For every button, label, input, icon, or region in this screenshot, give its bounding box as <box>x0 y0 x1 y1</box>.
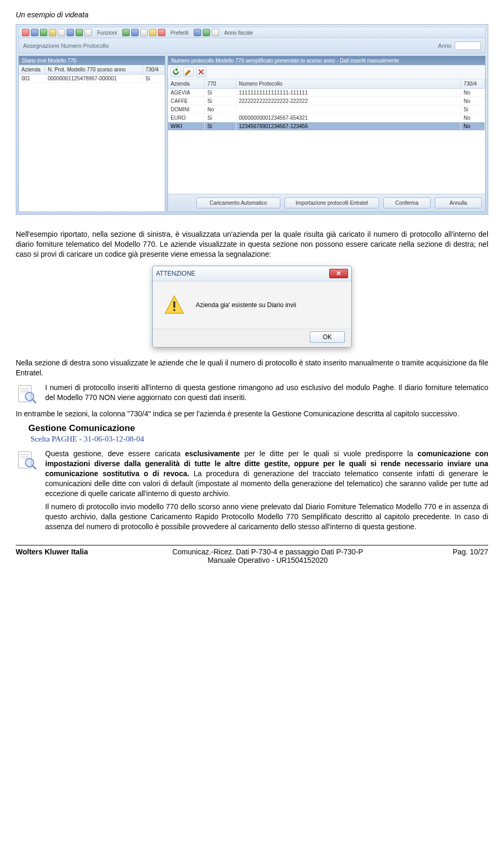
right-mini-toolbar <box>168 65 485 79</box>
menu-path: Scelta PAGHE - 31-06-03-12-08-04 <box>30 435 488 444</box>
dialog-message: Azienda gia' esistente su Diario invii <box>196 301 296 309</box>
cell: AGEVIA <box>168 89 205 97</box>
warning-icon <box>163 294 185 316</box>
col-header[interactable]: 730/4 <box>461 79 485 88</box>
left-panel-body: 001 00000001125478967-000001 Si <box>19 75 165 212</box>
cell: No <box>461 97 485 105</box>
section-heading: Gestione Comunicazione <box>28 423 488 434</box>
toolbar-icon[interactable] <box>40 29 47 36</box>
cell: No <box>461 114 485 122</box>
left-panel-title: Diario invii Modello 770 <box>19 56 165 65</box>
toolbar-label: Preferiti <box>171 30 188 36</box>
cell: Si <box>205 89 236 97</box>
toolbar-icon[interactable] <box>122 29 130 36</box>
footer-center: Comunicaz.-Ricez. Dati P-730-4 e passagg… <box>88 548 447 564</box>
attention-dialog: ATTENZIONE ✕ Azienda gia' esistente su D… <box>152 266 352 348</box>
toolbar-icon[interactable] <box>140 29 148 36</box>
footer-right: Pag. 10/27 <box>447 548 488 564</box>
refresh-icon[interactable] <box>171 67 181 77</box>
toolbar-icon[interactable] <box>203 29 210 36</box>
table-row[interactable]: CAFFESi22222222222222222-222222No <box>168 97 485 106</box>
col-header[interactable]: Azienda <box>168 79 205 88</box>
note-text: I numeri di protocollo inseriti all'inte… <box>45 383 488 403</box>
magnifier-icon <box>16 449 38 471</box>
right-panel-header: Azienda 770 Numero Protocollo 730/4 <box>168 79 485 89</box>
table-row[interactable]: WIKISi12345678901234567-123456No <box>168 122 485 131</box>
conferma-button[interactable]: Conferma <box>383 197 430 208</box>
cell: No <box>205 106 236 113</box>
cell: No <box>461 122 485 130</box>
cell: 22222222222222222-222222 <box>236 97 461 105</box>
cell: 11111111111111111-111111 <box>236 89 461 97</box>
toolbar-icon[interactable] <box>149 29 156 36</box>
cell: 00000001125478967-000001 <box>45 75 143 82</box>
anno-field[interactable] <box>455 41 481 50</box>
cell: EURO <box>168 114 205 122</box>
dialog-title: ATTENZIONE <box>156 270 195 277</box>
cell: CAFFE <box>168 97 205 105</box>
note-text: Questa gestione, deve essere caricata es… <box>45 449 488 531</box>
close-icon[interactable]: ✕ <box>329 269 348 278</box>
col-header[interactable]: N. Prot. Modello 770 scorso anno <box>45 65 143 74</box>
paragraph: Nella sezione di destra sono visualizzat… <box>16 358 488 378</box>
toolbar-icon[interactable] <box>85 29 92 36</box>
anno-label: Anno <box>438 43 452 49</box>
right-panel-body: AGEVIASi11111111111111111-111111NoCAFFES… <box>168 89 485 194</box>
paragraph: In entrambe le sezioni, la colonna "730/… <box>16 409 488 419</box>
svg-line-13 <box>33 466 36 469</box>
app-toolbar: Funzioni Preferiti Anno fiscale <box>18 27 486 38</box>
cell: Si <box>205 97 236 105</box>
col-header[interactable]: Azienda <box>19 65 45 74</box>
app-subtitle: Assegnazione Numero Protocollo Anno <box>18 38 486 54</box>
cell: Si <box>143 75 165 82</box>
cell: WIKI <box>168 122 205 130</box>
toolbar-label: Funzioni <box>97 30 117 36</box>
toolbar-icon[interactable] <box>58 29 65 36</box>
cell: 00000000001234567-654321 <box>236 114 461 122</box>
edit-icon[interactable] <box>183 67 194 77</box>
page-caption: Un esempio di videata <box>16 10 488 19</box>
cell: DOMINI <box>168 106 205 113</box>
app-window: Funzioni Preferiti Anno fiscale Assegnaz… <box>16 24 488 215</box>
toolbar-icon[interactable] <box>131 29 139 36</box>
table-row[interactable]: DOMININoSi <box>168 106 485 114</box>
cell: Si <box>461 106 485 113</box>
caricamento-automatico-button[interactable]: Caricamento Automatico <box>196 197 280 208</box>
toolbar-icon[interactable] <box>22 29 29 36</box>
table-row[interactable]: EUROSi00000000001234567-654321No <box>168 114 485 122</box>
magnifier-icon <box>16 383 38 405</box>
delete-icon[interactable] <box>196 67 206 77</box>
cell: Si <box>205 122 236 130</box>
svg-rect-1 <box>173 309 175 311</box>
subtitle-text: Assegnazione Numero Protocollo <box>23 43 109 49</box>
annulla-button[interactable]: Annulla <box>435 197 482 208</box>
table-row[interactable]: AGEVIASi11111111111111111-111111No <box>168 89 485 97</box>
left-panel-header: Azienda N. Prot. Modello 770 scorso anno… <box>19 65 165 75</box>
svg-line-7 <box>33 400 36 403</box>
page-footer: Wolters Kluwer Italia Comunicaz.-Ricez. … <box>16 545 488 564</box>
svg-rect-0 <box>173 301 175 308</box>
cell: 12345678901234567-123456 <box>236 122 461 130</box>
toolbar-icon[interactable] <box>212 29 219 36</box>
importazione-entratel-button[interactable]: Importazione protocolli Entratel <box>285 197 379 208</box>
toolbar-icon[interactable] <box>67 29 74 36</box>
col-header[interactable]: 730/4 <box>143 65 165 74</box>
right-button-row: Caricamento Automatico Importazione prot… <box>168 194 485 212</box>
col-header[interactable]: Numero Protocollo <box>236 79 461 88</box>
toolbar-icon[interactable] <box>194 29 201 36</box>
table-row[interactable]: 001 00000001125478967-000001 Si <box>19 75 165 83</box>
footer-left: Wolters Kluwer Italia <box>16 548 88 564</box>
left-panel: Diario invii Modello 770 Azienda N. Prot… <box>18 56 165 212</box>
cell: 001 <box>19 75 45 82</box>
cell <box>236 106 461 113</box>
paragraph: Nell'esempio riportato, nella sezione di… <box>16 229 488 259</box>
right-panel-title: Numero protocollo Modello 770 semplifica… <box>168 56 485 65</box>
toolbar-icon[interactable] <box>158 29 165 36</box>
cell: Si <box>205 114 236 122</box>
toolbar-icon[interactable] <box>49 29 56 36</box>
toolbar-icon[interactable] <box>76 29 83 36</box>
ok-button[interactable]: OK <box>310 331 345 343</box>
col-header[interactable]: 770 <box>205 79 236 88</box>
cell: No <box>461 89 485 97</box>
toolbar-icon[interactable] <box>31 29 38 36</box>
